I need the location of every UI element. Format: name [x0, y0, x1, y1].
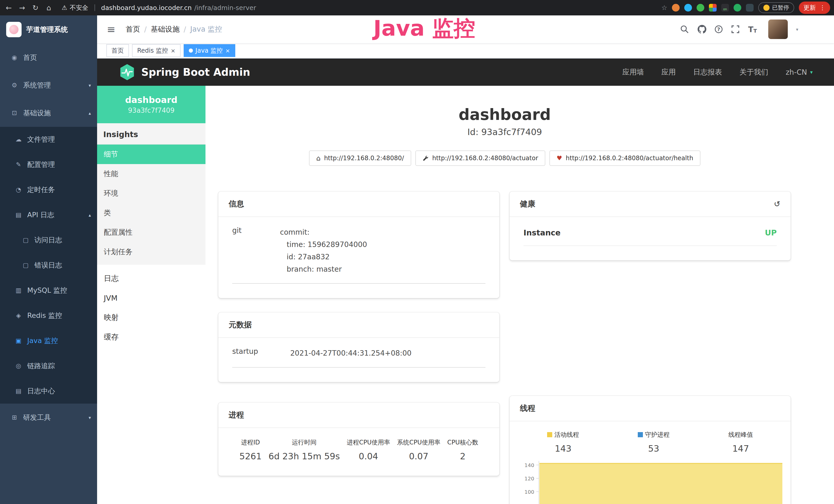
sidebar-item-tracing[interactable]: ◎ 链路追踪: [0, 353, 97, 379]
emoji-icon: [763, 5, 770, 11]
breadcrumb-infra[interactable]: 基础设施: [151, 24, 179, 34]
status-badge: UP: [765, 228, 777, 237]
sidebar-item-infra[interactable]: ⊡ 基础设施 ▴: [0, 99, 97, 127]
avatar[interactable]: [768, 20, 788, 39]
metric-system-cpu: 系统CPU使用率 0.07: [397, 438, 440, 461]
sba-menu-mappings[interactable]: 映射: [97, 308, 205, 327]
browser-window: ← → ↻ ⌂ ⚠ 不安全 dashboard.yudao.iocoder.cn…: [0, 0, 834, 504]
sidebar-item-label: MySQL 监控: [27, 286, 67, 295]
metric-peak-threads: 线程峰值 147: [728, 431, 753, 454]
sidebar-item-label: 定时任务: [27, 185, 55, 194]
metadata-card: 元数据 startup 2021-04-27T00:44:31.254+08:0…: [218, 313, 499, 382]
health-url-button[interactable]: ♥ http://192.168.0.2:48080/actuator/heal…: [549, 151, 700, 166]
sidebar-item-mysql[interactable]: ▥ MySQL 监控: [0, 278, 97, 303]
info-key: git: [232, 226, 280, 275]
sba-menu-caches[interactable]: 缓存: [97, 327, 205, 347]
sba-menu-config-props[interactable]: 配置属性: [97, 223, 205, 242]
sidebar-item-files[interactable]: ☁ 文件管理: [0, 127, 97, 152]
locale-selector[interactable]: zh-CN ▾: [786, 68, 813, 76]
service-url-button[interactable]: ⌂ http://192.168.0.2:48080/: [309, 151, 411, 166]
extension-icon[interactable]: [684, 4, 692, 12]
metric-label: 系统CPU使用率: [397, 438, 440, 446]
sba-menu-jvm[interactable]: JVM: [97, 288, 205, 308]
home-button[interactable]: ⌂: [43, 4, 54, 12]
forward-button[interactable]: →: [17, 4, 28, 12]
insights-section-title: Insights: [97, 123, 205, 144]
git-id-line: id: 27aa832: [280, 251, 367, 263]
browser-chrome: ← → ↻ ⌂ ⚠ 不安全 dashboard.yudao.iocoder.cn…: [0, 0, 834, 16]
instance-header[interactable]: dashboard 93a3fc7f7409: [97, 86, 205, 123]
tab-label: Redis 监控: [137, 46, 168, 55]
legend-yellow-icon: [547, 432, 552, 437]
metric-value: 2: [447, 451, 478, 461]
sidebar-item-config[interactable]: ✎ 配置管理: [0, 152, 97, 177]
bookmark-star-icon[interactable]: ☆: [661, 4, 667, 12]
extension-icon[interactable]: [746, 4, 753, 12]
breadcrumb-home[interactable]: 首页: [126, 24, 140, 34]
sba-menu-details[interactable]: 细节: [97, 144, 205, 164]
metric-label: 守护进程: [645, 431, 670, 438]
tab-java-monitor[interactable]: Java 监控 ×: [184, 44, 235, 57]
process-card: 进程 进程ID 5261: [218, 403, 499, 476]
metadata-key: startup: [232, 347, 290, 360]
sba-menu-scheduled-tasks[interactable]: 计划任务: [97, 242, 205, 261]
update-button[interactable]: 更新 ⋮: [799, 2, 830, 14]
github-icon[interactable]: [697, 25, 707, 34]
sidebar-item-devtools[interactable]: ⊞ 研发工具 ▾: [0, 404, 97, 431]
sidebar-item-access-log[interactable]: ▢ 访问日志: [0, 228, 97, 253]
legend-blue-icon: [638, 432, 643, 437]
sba-nav-journal[interactable]: 日志报表: [693, 67, 722, 77]
close-icon[interactable]: ×: [225, 47, 230, 54]
logo-image: [6, 22, 22, 37]
app-sidebar: 芋道管理系统 ◉ 首页 ⚙ 系统管理 ▾ ⊡ 基础设施 ▴ ☁ 文件管理: [0, 16, 97, 504]
sidebar-item-home[interactable]: ◉ 首页: [0, 44, 97, 71]
extension-icon[interactable]: [709, 4, 717, 12]
history-icon[interactable]: ↺: [774, 200, 780, 208]
health-card: 健康 ↺ Instance UP: [510, 191, 791, 260]
font-size-icon[interactable]: TT: [748, 25, 757, 34]
sba-menu-logs[interactable]: 日志: [97, 269, 205, 288]
tab-redis-monitor[interactable]: Redis 监控 ×: [132, 44, 180, 57]
sba-nav-applications[interactable]: 应用: [661, 67, 676, 77]
app-logo[interactable]: 芋道管理系统: [0, 16, 97, 44]
sba-brand[interactable]: Spring Boot Admin: [141, 66, 250, 78]
breadcrumb-separator: /: [144, 25, 147, 33]
sidebar-item-system[interactable]: ⚙ 系统管理 ▾: [0, 71, 97, 99]
help-icon[interactable]: ?: [715, 25, 723, 33]
actuator-url-button[interactable]: http://192.168.0.2:48080/actuator: [415, 151, 545, 166]
sidebar-item-error-log[interactable]: ▢ 错误日志: [0, 253, 97, 278]
address-bar[interactable]: ⚠ 不安全 dashboard.yudao.iocoder.cn/infra/a…: [62, 4, 256, 12]
sidebar-item-api-log[interactable]: ▤ API 日志 ▴: [0, 202, 97, 228]
tab-home[interactable]: 首页: [106, 44, 129, 57]
search-icon[interactable]: [680, 25, 689, 34]
extension-icon[interactable]: [672, 4, 680, 12]
fullscreen-icon[interactable]: [731, 25, 740, 34]
extension-icon[interactable]: [697, 4, 704, 12]
sba-menu-environment[interactable]: 环境: [97, 184, 205, 203]
sba-menu-performance[interactable]: 性能: [97, 164, 205, 184]
y-tick: 120: [525, 476, 534, 482]
logo-title: 芋道管理系统: [26, 25, 68, 34]
sidebar-item-label: Java 监控: [27, 336, 58, 345]
chevron-down-icon[interactable]: ▾: [796, 27, 798, 32]
extension-on-icon[interactable]: on: [721, 4, 729, 12]
instance-link[interactable]: Instance: [524, 228, 561, 237]
reload-button[interactable]: ↻: [30, 4, 41, 12]
sba-nav-wall[interactable]: 应用墙: [622, 67, 644, 77]
sidebar-item-jobs[interactable]: ◔ 定时任务: [0, 177, 97, 202]
sidebar-item-log-center[interactable]: ▤ 日志中心: [0, 379, 97, 404]
sidebar-item-java-monitor[interactable]: ▣ Java 监控: [0, 328, 97, 353]
paused-badge[interactable]: 已暂停: [758, 2, 794, 13]
extension-icon[interactable]: [733, 4, 741, 12]
back-button[interactable]: ←: [3, 4, 14, 12]
threads-card: 线程 活动线程 143: [510, 396, 791, 504]
chevron-down-icon: ▾: [89, 415, 91, 420]
metric-value: 53: [638, 443, 670, 454]
close-icon[interactable]: ×: [171, 47, 175, 54]
sidebar-item-redis[interactable]: ◈ Redis 监控: [0, 303, 97, 328]
sidebar-toggle-icon[interactable]: ≡: [103, 23, 120, 35]
sba-menu-classes[interactable]: 类: [97, 203, 205, 223]
menu-kebab-icon: ⋮: [819, 4, 826, 11]
sba-nav-about[interactable]: 关于我们: [740, 67, 768, 77]
redis-icon: ◈: [14, 312, 23, 319]
